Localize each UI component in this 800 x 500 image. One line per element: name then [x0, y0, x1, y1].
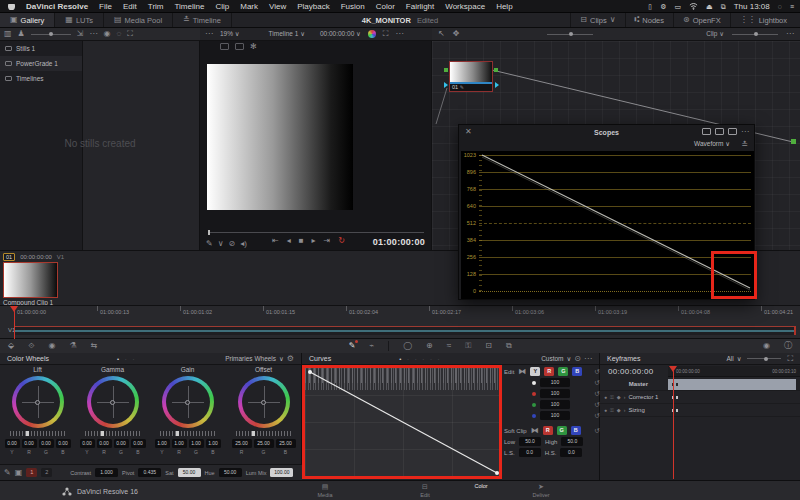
- offset-b-value[interactable]: 25.00: [276, 439, 296, 448]
- gamma-b-value[interactable]: 0.00: [131, 439, 146, 448]
- go-to-start-button[interactable]: ⇤: [272, 237, 279, 245]
- color-match-icon[interactable]: ⟐: [28, 342, 34, 350]
- keyframe-row-corrector1[interactable]: ●⚿◆› Corrector 1: [600, 391, 800, 404]
- fullscreen-icon[interactable]: ⛶: [127, 30, 133, 38]
- panel-toggle-icon[interactable]: ▥: [4, 30, 12, 38]
- single-view-icon[interactable]: [702, 128, 711, 135]
- window-icon[interactable]: ◯: [403, 342, 412, 350]
- y-curve-value[interactable]: 100: [540, 378, 570, 387]
- menu-fusion[interactable]: Fusion: [341, 2, 365, 11]
- viewer-timecode-select[interactable]: 00:00:00:00 ∨: [320, 30, 361, 38]
- offset-color-wheel[interactable]: [238, 376, 290, 428]
- chevron-right-icon[interactable]: ›: [624, 407, 626, 414]
- tracker-icon[interactable]: ⊕: [426, 342, 433, 350]
- more-icon[interactable]: ⋯: [205, 30, 213, 38]
- page-color[interactable]: Color: [461, 483, 501, 489]
- key-icon[interactable]: ⚿: [465, 342, 471, 350]
- wheels-mode-select[interactable]: Primaries Wheels ∨ ⚙: [225, 355, 294, 363]
- gain-b-value[interactable]: 1.00: [206, 439, 221, 448]
- album-powergrade[interactable]: PowerGrade 1: [0, 56, 82, 71]
- sat-value[interactable]: 50.00: [178, 468, 201, 477]
- split-screen-icon[interactable]: [235, 43, 244, 50]
- offset-r-value[interactable]: 25.00: [232, 439, 252, 448]
- timeline-clip-bar[interactable]: [14, 326, 796, 335]
- search-icon[interactable]: ◌: [778, 3, 782, 10]
- apple-menu-icon[interactable]: [8, 2, 15, 10]
- page-dots[interactable]: • · ·: [117, 356, 136, 362]
- r-curve-value[interactable]: 100: [540, 389, 570, 398]
- keyframe-diamond-icon[interactable]: ◆: [617, 394, 621, 401]
- menu-list-icon[interactable]: ≡: [790, 3, 794, 10]
- lift-color-wheel[interactable]: [12, 376, 64, 428]
- keyframe-row-sizing[interactable]: ●⚿◆› Sizing: [600, 404, 800, 417]
- sc-b-button[interactable]: B: [571, 426, 581, 435]
- b-curve-value[interactable]: 100: [540, 411, 570, 420]
- viewer-scrubber[interactable]: [208, 232, 424, 233]
- gain-master-slider[interactable]: [160, 431, 216, 436]
- page-media[interactable]: ▤Media: [305, 483, 345, 498]
- sc-g-button[interactable]: G: [557, 426, 567, 435]
- link-icon[interactable]: ⧓: [518, 368, 526, 376]
- channel-g-button[interactable]: G: [558, 367, 568, 376]
- more-icon[interactable]: ⋯: [395, 30, 403, 38]
- contrast-value[interactable]: 1.000: [95, 468, 118, 477]
- info-icon[interactable]: ⓘ: [784, 342, 792, 350]
- lift-r-value[interactable]: 0.00: [22, 439, 37, 448]
- curves-icon[interactable]: ✎: [349, 342, 356, 350]
- gamma-g-value[interactable]: 0.00: [114, 439, 129, 448]
- corrector-node-01[interactable]: 01 ✎: [449, 61, 493, 92]
- menu-timeline[interactable]: Timeline: [175, 2, 205, 11]
- rgb-mixer-icon[interactable]: ⚗: [69, 342, 76, 350]
- chevron-right-icon[interactable]: ›: [624, 394, 626, 401]
- node-output-port[interactable]: [494, 68, 498, 72]
- scope-mode-select[interactable]: Waveform ∨: [694, 140, 730, 148]
- mini-timeline[interactable]: 01:00:00:00 01:00:00:13 01:00:01:02 01:0…: [0, 305, 800, 338]
- menu-view[interactable]: View: [269, 2, 286, 11]
- lightbox-button[interactable]: ⋮⋮Lightbox: [730, 13, 796, 27]
- keyframes-filter-select[interactable]: All ∨: [726, 355, 741, 363]
- gain-y-value[interactable]: 1.00: [155, 439, 170, 448]
- menu-workspace[interactable]: Workspace: [445, 2, 485, 11]
- page-edit[interactable]: ⊟Edit: [405, 483, 445, 498]
- ab-compare-icon[interactable]: ▣: [15, 469, 23, 477]
- g-curve-value[interactable]: 100: [540, 400, 570, 409]
- scope-settings-icon[interactable]: ≛: [741, 141, 748, 149]
- album-stills[interactable]: Stills 1: [0, 41, 82, 56]
- eject-icon[interactable]: ⏏: [706, 3, 713, 10]
- node-input-port[interactable]: [444, 68, 448, 72]
- album-timelines[interactable]: Timelines: [0, 71, 82, 86]
- page-deliver[interactable]: ➤Deliver: [521, 483, 561, 498]
- gamma-r-value[interactable]: 0.00: [97, 439, 112, 448]
- still-wipe-icon[interactable]: [220, 43, 229, 50]
- search-icon[interactable]: ◌: [116, 30, 121, 38]
- low-softness-value[interactable]: 0.0: [519, 448, 541, 457]
- gamma-master-slider[interactable]: [85, 431, 141, 436]
- clip-thumbnail[interactable]: [3, 262, 58, 298]
- hue-value[interactable]: 50.00: [219, 468, 242, 477]
- lift-master-slider[interactable]: [10, 431, 66, 436]
- offset-g-value[interactable]: 25.00: [254, 439, 274, 448]
- high-softness-value[interactable]: 0.0: [560, 448, 582, 457]
- battery-icon[interactable]: ▯: [648, 3, 652, 10]
- keyboard-icon[interactable]: ▭: [674, 3, 681, 10]
- lock-icon[interactable]: ⚿: [610, 407, 614, 414]
- menu-trim[interactable]: Trim: [148, 2, 164, 11]
- wheels-page-1[interactable]: 1: [26, 468, 37, 477]
- tab-timeline[interactable]: ≛Timeline: [173, 13, 232, 27]
- timeline-select[interactable]: Timeline 1 ∨: [269, 30, 305, 38]
- motion-effects-icon[interactable]: ⇆: [91, 342, 98, 350]
- color-wheels-icon[interactable]: ◉: [48, 342, 55, 350]
- wifi-icon[interactable]: [689, 2, 698, 11]
- step-back-button[interactable]: ◂: [287, 237, 291, 245]
- blur-icon[interactable]: ≈: [447, 342, 451, 350]
- close-icon[interactable]: ✕: [465, 128, 472, 136]
- highlight-icon[interactable]: ✻: [250, 43, 257, 51]
- keyframe-row-master[interactable]: Master: [600, 378, 800, 391]
- thumb-size-slider[interactable]: [31, 34, 71, 35]
- menu-help[interactable]: Help: [496, 2, 512, 11]
- go-to-end-button[interactable]: ⇥: [324, 237, 331, 245]
- quad-view-icon[interactable]: [728, 128, 737, 135]
- stop-button[interactable]: ■: [299, 237, 304, 245]
- menu-app[interactable]: DaVinci Resolve: [26, 2, 88, 11]
- keyframes-ruler[interactable]: 00:00:00:00 00:00:03:10: [668, 366, 800, 377]
